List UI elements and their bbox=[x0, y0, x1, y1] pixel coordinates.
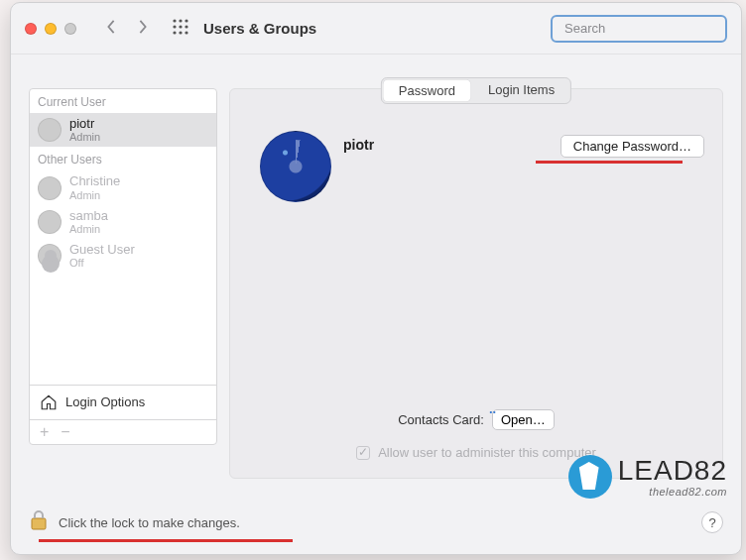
change-password-button[interactable]: Change Password… bbox=[560, 135, 704, 158]
annotation-underline bbox=[39, 539, 293, 542]
footer: Click the lock to make changes. ? bbox=[29, 508, 723, 536]
titlebar: Users & Groups bbox=[11, 3, 741, 55]
avatar-icon bbox=[38, 176, 62, 200]
users-sidebar: Current User piotr Admin Other Users Chr… bbox=[29, 88, 217, 445]
add-remove-bar: + − bbox=[30, 419, 216, 444]
admin-checkbox bbox=[356, 446, 370, 460]
sidebar-user-name: piotr bbox=[69, 117, 100, 131]
watermark-site: thelead82.com bbox=[649, 487, 727, 498]
tab-login-items[interactable]: Login Items bbox=[472, 78, 570, 103]
watermark: LEAD82 thelead82.com bbox=[568, 455, 727, 499]
sidebar-user-role: Admin bbox=[69, 131, 100, 143]
sidebar-user-role: Admin bbox=[69, 189, 120, 201]
svg-point-0 bbox=[173, 19, 176, 22]
house-icon bbox=[40, 393, 58, 411]
remove-user-button[interactable]: − bbox=[57, 424, 73, 440]
search-field[interactable] bbox=[551, 15, 727, 43]
zoom-window-button[interactable] bbox=[64, 23, 76, 35]
svg-point-3 bbox=[173, 25, 176, 28]
svg-point-5 bbox=[185, 25, 187, 28]
avatar-icon bbox=[38, 244, 62, 268]
main-user-name: piotr bbox=[343, 137, 374, 153]
sidebar-item-guest-user[interactable]: Guest User Off bbox=[30, 239, 216, 273]
minimize-window-button[interactable] bbox=[45, 23, 57, 35]
navigation-arrows bbox=[104, 20, 150, 38]
tab-bar: Password Login Items bbox=[381, 77, 571, 104]
show-all-icon[interactable] bbox=[172, 18, 189, 40]
annotation-underline bbox=[536, 161, 683, 164]
svg-point-4 bbox=[179, 25, 182, 28]
current-user-section-label: Current User bbox=[30, 89, 216, 113]
user-avatar[interactable] bbox=[260, 131, 331, 202]
sidebar-item-user-christine[interactable]: Christine Admin bbox=[30, 170, 216, 204]
avatar-icon bbox=[38, 210, 62, 234]
sidebar-user-name: samba bbox=[69, 209, 108, 223]
search-input[interactable] bbox=[564, 21, 731, 36]
sidebar-item-current-user[interactable]: piotr Admin bbox=[30, 113, 216, 147]
sidebar-user-name: Guest User bbox=[69, 243, 135, 257]
close-window-button[interactable] bbox=[25, 23, 37, 35]
window-controls bbox=[25, 23, 76, 35]
back-button[interactable] bbox=[104, 20, 118, 38]
tab-password[interactable]: Password bbox=[383, 79, 471, 102]
watermark-logo-icon bbox=[568, 455, 612, 499]
login-options-label: Login Options bbox=[65, 394, 145, 409]
open-contacts-button[interactable]: Open… bbox=[492, 409, 555, 430]
window-title: Users & Groups bbox=[203, 20, 316, 37]
sidebar-user-name: Christine bbox=[69, 174, 120, 188]
other-users-section-label: Other Users bbox=[30, 147, 216, 170]
avatar-icon bbox=[38, 118, 62, 142]
main-panel: Password Login Items piotr Change Passwo… bbox=[229, 88, 723, 479]
sidebar-user-role: Off bbox=[69, 257, 135, 269]
system-preferences-window: Users & Groups Current User piotr Admin … bbox=[10, 2, 742, 555]
lock-text: Click the lock to make changes. bbox=[59, 515, 240, 530]
svg-point-2 bbox=[185, 19, 187, 22]
svg-point-1 bbox=[179, 19, 182, 22]
add-user-button[interactable]: + bbox=[36, 424, 53, 440]
lock-icon[interactable] bbox=[29, 508, 49, 536]
forward-button[interactable] bbox=[136, 20, 150, 38]
contacts-card-label: Contacts Card: bbox=[398, 412, 484, 427]
sidebar-user-role: Admin bbox=[69, 223, 108, 235]
admin-checkbox-label: Allow user to administer this computer bbox=[378, 445, 596, 460]
sidebar-item-user-samba[interactable]: samba Admin bbox=[30, 205, 216, 239]
login-options-button[interactable]: Login Options bbox=[30, 385, 216, 419]
svg-point-8 bbox=[185, 31, 187, 34]
svg-rect-11 bbox=[32, 518, 46, 529]
watermark-brand: LEAD82 bbox=[618, 457, 727, 485]
help-button[interactable]: ? bbox=[701, 511, 723, 533]
svg-point-6 bbox=[173, 31, 176, 34]
svg-point-7 bbox=[179, 31, 182, 34]
